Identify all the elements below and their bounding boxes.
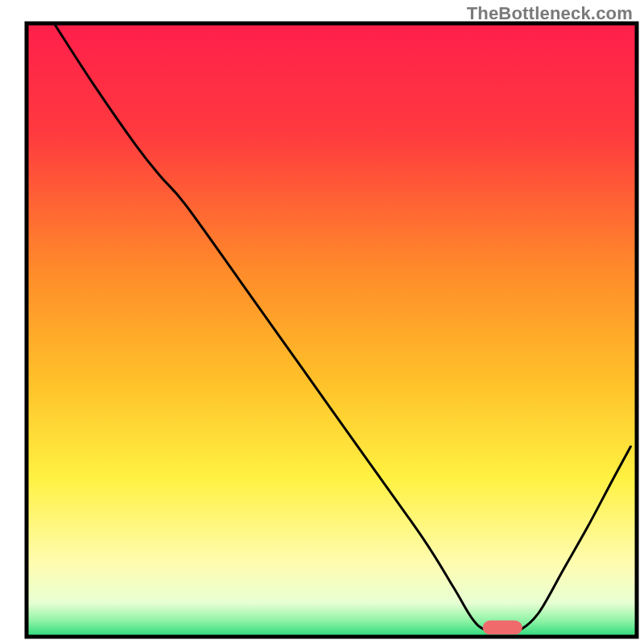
bottleneck-chart [0, 0, 644, 644]
chart-stage: TheBottleneck.com [0, 0, 644, 644]
watermark-text: TheBottleneck.com [467, 3, 633, 24]
optimal-marker [483, 621, 522, 635]
gradient-background [27, 23, 637, 637]
